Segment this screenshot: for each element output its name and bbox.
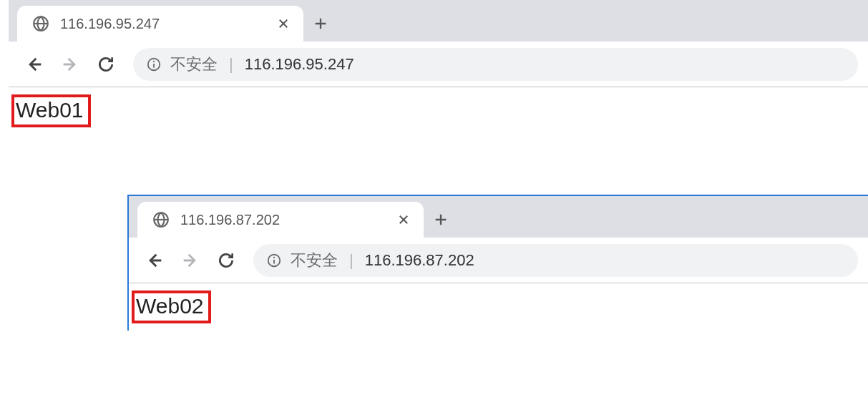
reload-button[interactable] — [210, 245, 242, 276]
back-button[interactable] — [139, 245, 170, 276]
tab-close-button[interactable] — [273, 14, 293, 34]
security-label: 不安全 — [170, 54, 218, 75]
security-label: 不安全 — [291, 250, 338, 271]
tab-title: 116.196.95.247 — [60, 16, 273, 32]
svg-point-7 — [273, 256, 275, 258]
page-heading: Web01 — [11, 94, 91, 127]
page-content: Web02 — [129, 283, 868, 331]
info-icon — [146, 57, 162, 72]
globe-icon — [31, 14, 50, 33]
forward-button[interactable] — [54, 49, 86, 80]
separator: | — [349, 251, 353, 270]
tab-title: 116.196.87.202 — [180, 212, 394, 228]
separator: | — [229, 55, 233, 74]
svg-point-3 — [153, 60, 155, 62]
new-tab-button[interactable] — [424, 202, 458, 238]
info-icon — [266, 253, 282, 268]
page-heading: Web02 — [132, 290, 211, 323]
address-bar[interactable]: 不安全 | 116.196.87.202 — [253, 244, 858, 277]
address-bar[interactable]: 不安全 | 116.196.95.247 — [133, 48, 858, 81]
browser-window-1: 116.196.95.247 — [9, 0, 868, 135]
new-tab-button[interactable] — [303, 6, 338, 42]
url-text: 116.196.87.202 — [365, 251, 474, 270]
forward-button[interactable] — [175, 245, 206, 276]
page-content: Web01 — [9, 87, 868, 135]
back-button[interactable] — [19, 49, 50, 80]
browser-tab[interactable]: 116.196.95.247 — [17, 6, 303, 42]
globe-icon — [152, 210, 170, 229]
tab-close-button[interactable] — [394, 210, 414, 230]
browser-tab[interactable]: 116.196.87.202 — [137, 202, 424, 238]
browser-window-2: 116.196.87.202 — [127, 195, 868, 331]
tab-strip: 116.196.87.202 — [129, 196, 868, 238]
url-text: 116.196.95.247 — [245, 55, 354, 74]
toolbar: 不安全 | 116.196.95.247 — [9, 42, 868, 87]
tab-strip: 116.196.95.247 — [9, 0, 868, 42]
toolbar: 不安全 | 116.196.87.202 — [129, 238, 868, 283]
reload-button[interactable] — [90, 49, 122, 80]
